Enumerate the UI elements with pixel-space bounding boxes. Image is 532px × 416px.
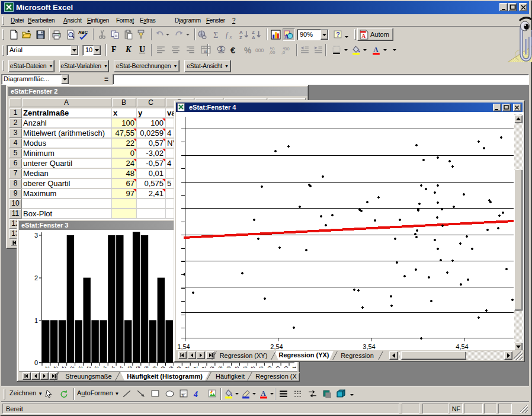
svg-text:€: € [230,46,235,55]
svg-text:x: x [229,34,232,40]
svg-text:3: 3 [34,232,38,239]
svg-text:3,54: 3,54 [363,343,375,350]
svg-text:f: f [226,31,229,39]
svg-text:A: A [361,33,366,39]
svg-text:$: $ [220,46,223,52]
svg-text:A: A [252,35,255,40]
svg-text:2: 2 [34,274,38,281]
svg-text:A: A [261,390,266,398]
svg-text:?: ? [336,31,339,38]
svg-text:4,54: 4,54 [456,343,468,350]
svg-text:A: A [373,46,379,54]
svg-text:4: 4 [193,390,198,399]
svg-text:0: 0 [34,359,38,366]
svg-text:a: a [204,48,207,54]
svg-text:000: 000 [255,47,264,53]
svg-text:2,54: 2,54 [270,343,283,350]
svg-text:1,54: 1,54 [177,343,190,350]
svg-text:A: A [284,33,289,40]
svg-text:Z: Z [239,35,242,40]
svg-text:,0: ,0 [281,50,285,55]
svg-text:1: 1 [34,317,38,324]
svg-text:Σ: Σ [213,31,218,40]
svg-text:%: % [244,46,251,55]
svg-text:,00: ,00 [269,50,275,55]
